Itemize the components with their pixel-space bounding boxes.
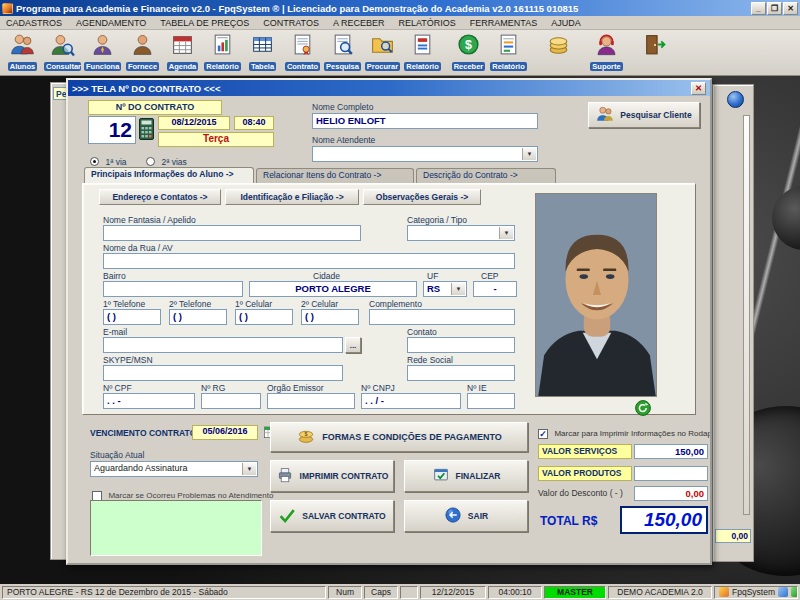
toolbar-sair-button[interactable] bbox=[636, 32, 673, 74]
finalizar-label: FINALIZAR bbox=[456, 471, 501, 481]
tel2-field[interactable]: ( ) bbox=[169, 309, 227, 325]
rg-field[interactable] bbox=[201, 393, 261, 409]
imprimir-contrato-label: IMPRIMIR CONTRATO bbox=[300, 471, 389, 481]
valor-desconto-field[interactable]: 0,00 bbox=[634, 486, 708, 501]
menu-cadastros[interactable]: CADASTROS bbox=[6, 18, 62, 28]
tab-endereco-contatos[interactable]: Endereço e Contatos -> bbox=[99, 189, 221, 205]
toolbar-relatorio1-button[interactable]: Relatório bbox=[204, 32, 241, 74]
salvar-contrato-button[interactable]: SALVAR CONTRATO bbox=[270, 500, 394, 532]
cel2-field[interactable]: ( ) bbox=[301, 309, 359, 325]
menu-ferramentas[interactable]: FERRAMENTAS bbox=[470, 18, 537, 28]
categoria-dropdown-icon[interactable] bbox=[499, 227, 513, 239]
contract-window-close-button[interactable]: ✕ bbox=[691, 82, 706, 95]
toolbar-funcionarios-button[interactable]: Funciona bbox=[84, 32, 121, 74]
toolbar-agenda-button[interactable]: Agenda bbox=[164, 32, 201, 74]
attendant-combo[interactable] bbox=[312, 146, 538, 162]
atendimento-notes-memo[interactable] bbox=[90, 500, 262, 556]
rua-label: Nome da Rua / AV bbox=[103, 243, 173, 253]
tab-descricao-contrato[interactable]: Descrição do Contrato -> bbox=[416, 168, 556, 183]
via1-radio-circle[interactable] bbox=[90, 157, 99, 166]
cnpj-field[interactable]: . . / - bbox=[361, 393, 461, 409]
valor-produtos-field[interactable] bbox=[634, 466, 708, 481]
client-name-field[interactable]: HELIO ENLOFT bbox=[312, 113, 538, 129]
menu-ajuda[interactable]: AJUDA bbox=[551, 18, 581, 28]
imprimir-contrato-button[interactable]: IMPRIMIR CONTRATO bbox=[270, 460, 394, 492]
close-button[interactable]: ✕ bbox=[783, 2, 798, 15]
menu-agendamento[interactable]: AGENDAMENTO bbox=[76, 18, 146, 28]
background-window-scrollbar[interactable] bbox=[743, 115, 750, 515]
menu-tabela-precos[interactable]: TABELA DE PREÇOS bbox=[160, 18, 249, 28]
toolbar-caixa-button[interactable] bbox=[540, 32, 577, 74]
cnpj-label: Nº CNPJ bbox=[361, 383, 395, 393]
tel1-label: 1º Telefone bbox=[103, 299, 145, 309]
tel2-label: 2º Telefone bbox=[169, 299, 211, 309]
ie-field[interactable] bbox=[467, 393, 515, 409]
menu-relatorios[interactable]: RELATÓRIOS bbox=[398, 18, 455, 28]
toolbar-relatorio1-label: Relatório bbox=[204, 62, 241, 71]
toolbar-procurar-button[interactable]: Procurar bbox=[364, 32, 401, 74]
cpf-field[interactable]: . . - bbox=[103, 393, 195, 409]
menu-a-receber[interactable]: A RECEBER bbox=[333, 18, 385, 28]
toolbar-fornecedores-button[interactable]: Fornece bbox=[124, 32, 161, 74]
background-window-help-orb-icon[interactable] bbox=[727, 91, 744, 108]
maximize-button[interactable]: ❐ bbox=[767, 2, 782, 15]
rua-field[interactable] bbox=[103, 253, 515, 269]
total-field: 150,00 bbox=[620, 506, 708, 534]
email-more-button[interactable]: ... bbox=[345, 337, 361, 353]
finalizar-button[interactable]: FINALIZAR bbox=[404, 460, 528, 492]
back-arrow-orb-icon bbox=[444, 506, 462, 526]
contract-date[interactable]: 08/12/2015 bbox=[158, 116, 230, 130]
toolbar-receber-button[interactable]: $ Receber bbox=[450, 32, 487, 74]
toolbar-suporte-button[interactable]: Suporte bbox=[588, 32, 625, 74]
cep-field[interactable]: - bbox=[473, 281, 517, 297]
formas-pagamento-button[interactable]: $ FORMAS E CONDIÇÕES DE PAGAMENTO bbox=[270, 422, 528, 452]
toolbar-fornecedores-label: Fornece bbox=[126, 62, 159, 71]
menu-contratos[interactable]: CONTRATOS bbox=[263, 18, 319, 28]
valor-servicos-field[interactable]: 150,00 bbox=[634, 444, 708, 459]
rodape-checkbox[interactable]: Marcar para Imprimir Informações no Roda… bbox=[538, 424, 710, 442]
complemento-field[interactable] bbox=[369, 309, 515, 325]
toolbar-pesquisa-button[interactable]: Pesquisa bbox=[324, 32, 361, 74]
toolbar-consultar-button[interactable]: Consultar bbox=[44, 32, 81, 74]
rodape-checkbox-box[interactable] bbox=[538, 429, 548, 439]
orgao-emissor-field[interactable] bbox=[267, 393, 355, 409]
vencimento-field[interactable]: 05/06/2016 bbox=[192, 425, 258, 440]
attendant-dropdown-icon[interactable] bbox=[522, 148, 536, 160]
cel2-label: 2º Celular bbox=[301, 299, 338, 309]
calculator-icon[interactable] bbox=[139, 118, 154, 144]
rede-social-field[interactable] bbox=[407, 365, 515, 381]
vencimento-label: VENCIMENTO CONTRATO: bbox=[90, 428, 199, 438]
categoria-combo[interactable] bbox=[407, 225, 515, 241]
toolbar-tabela-button[interactable]: Tabela bbox=[244, 32, 281, 74]
skype-field[interactable] bbox=[103, 365, 343, 381]
minimize-button[interactable]: _ bbox=[751, 2, 766, 15]
email-field[interactable] bbox=[103, 337, 343, 353]
uf-dropdown-icon[interactable] bbox=[451, 283, 465, 295]
toolbar-contrato-button[interactable]: Contrato bbox=[284, 32, 321, 74]
toolbar-relatorio3-button[interactable]: Relatório bbox=[490, 32, 527, 74]
rede-social-label: Rede Social bbox=[407, 355, 453, 365]
toolbar-consultar-label: Consultar bbox=[44, 62, 81, 71]
uf-combo[interactable]: RS bbox=[423, 281, 467, 297]
photo-refresh-button[interactable] bbox=[635, 400, 651, 420]
via2-radio-circle[interactable] bbox=[146, 157, 155, 166]
tab-observacoes-gerais[interactable]: Observações Gerais -> bbox=[363, 189, 481, 205]
cel1-field[interactable]: ( ) bbox=[235, 309, 293, 325]
bairro-field[interactable] bbox=[103, 281, 243, 297]
tel1-field[interactable]: ( ) bbox=[103, 309, 161, 325]
toolbar-alunos-button[interactable]: Alunos bbox=[4, 32, 41, 74]
nome-fantasia-field[interactable] bbox=[103, 225, 361, 241]
tab-relacionar-itens[interactable]: Relacionar Itens do Contrato -> bbox=[256, 168, 414, 183]
status-spacer bbox=[400, 586, 418, 599]
toolbar-relatorio2-button[interactable]: Relatório bbox=[404, 32, 441, 74]
sair-button[interactable]: SAIR bbox=[404, 500, 528, 532]
situacao-combo[interactable]: Aguardando Assinatura bbox=[90, 461, 258, 477]
tab-principais-informacoes[interactable]: Principais Informações do Aluno -> bbox=[84, 167, 254, 183]
situacao-dropdown-icon[interactable] bbox=[242, 463, 256, 475]
search-client-button[interactable]: Pesquisar Cliente bbox=[588, 102, 700, 128]
contato-field[interactable] bbox=[407, 337, 515, 353]
cidade-field[interactable]: PORTO ALEGRE bbox=[249, 281, 417, 297]
contract-time[interactable]: 08:40 bbox=[234, 116, 274, 130]
search-client-label: Pesquisar Cliente bbox=[620, 110, 691, 120]
tab-identificacao-filiacao[interactable]: Identificação e Filiação -> bbox=[225, 189, 359, 205]
